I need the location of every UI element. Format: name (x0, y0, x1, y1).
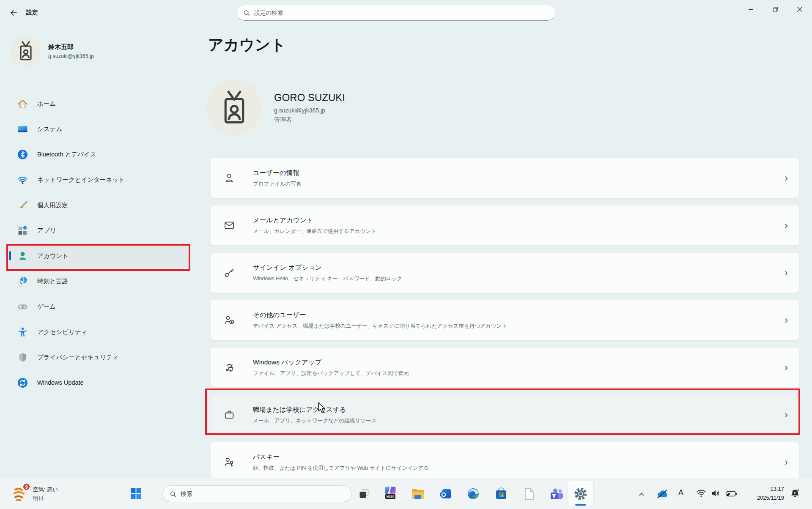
row-user-info[interactable]: ユーザーの情報プロファイルの写真 › (210, 158, 799, 198)
work-school-icon (223, 409, 235, 421)
user-name: 鈴木五郎 (48, 43, 94, 51)
windows-update-icon (17, 377, 28, 388)
time-language-icon (17, 276, 28, 287)
sidebar-item-label: Windows Update (37, 379, 84, 386)
row-email-accounts[interactable]: メールとアカウントメール、カレンダー、連絡先で使用するアカウント › (210, 205, 799, 246)
tray-date: 2025/11/19 (757, 493, 784, 502)
chevron-right-icon: › (785, 173, 788, 183)
settings-window: 設定 鈴木五郎 g.suzuki@yjk365.jp ホーム システム Bl (0, 0, 812, 509)
sidebar-item-network-internet[interactable]: ネットワークとインターネット (7, 168, 189, 192)
notification-bell-button[interactable]: zz (790, 488, 800, 499)
search-icon (243, 9, 250, 16)
accessibility-icon (17, 326, 28, 337)
copilot-m365-button[interactable]: M365 (384, 485, 397, 499)
profile-role: 管理者 (274, 116, 345, 124)
row-other-users[interactable]: その他のユーザーデバイス アクセス、職場または学校のユーザー、キオスクに割り当て… (210, 300, 799, 340)
restore-button[interactable] (763, 0, 787, 19)
sidebar-item-apps[interactable]: アプリ (7, 219, 189, 242)
sidebar-item-bluetooth-devices[interactable]: Bluetooth とデバイス (7, 142, 189, 166)
microsoft-store-icon (495, 487, 508, 500)
outlook-icon (439, 487, 452, 500)
row-subtitle: メール、アプリ、ネットワークなどの組織リソース (253, 417, 767, 424)
row-signin-options[interactable]: サインイン オプションWindows Hello、セキュリティ キー、パスワード… (210, 252, 799, 293)
settings-search-input[interactable] (254, 10, 549, 16)
sidebar-item-label: 個人用設定 (37, 201, 68, 209)
profile-email: g.suzuki@yjk365.jp (274, 107, 345, 114)
battery-tray-icon[interactable] (726, 490, 738, 498)
ime-mode-indicator[interactable]: A (678, 488, 683, 497)
row-title: パスキー (253, 453, 767, 462)
sidebar-item-label: プライバシーとセキュリティ (37, 353, 119, 361)
minimize-icon (748, 7, 754, 12)
tray-chevron-button[interactable] (638, 490, 645, 498)
sidebar-item-accessibility[interactable]: アクセシビリティ (7, 320, 189, 344)
sidebar-item-label: ゲーム (37, 303, 56, 311)
badge-avatar-icon (16, 41, 35, 61)
row-title: ユーザーの情報 (253, 169, 767, 178)
chevron-right-icon: › (785, 315, 788, 325)
sidebar-item-label: アカウント (37, 252, 69, 260)
sidebar-item-label: Bluetooth とデバイス (37, 151, 96, 159)
chevron-right-icon: › (785, 362, 788, 372)
sidebar-item-windows-update[interactable]: Windows Update (7, 371, 189, 394)
teams-button[interactable] (550, 487, 563, 500)
row-title: 職場または学校にアクセスする (253, 405, 767, 414)
home-icon (17, 98, 28, 109)
microsoft-store-button[interactable] (495, 487, 508, 500)
sidebar-item-personalization[interactable]: 個人用設定 (7, 193, 189, 217)
taskbar-search-input[interactable] (181, 490, 345, 497)
chevron-right-icon: › (785, 457, 788, 467)
weather-widget[interactable]: 9 空気: 悪い 明日 (11, 484, 58, 503)
sidebar-item-time-language[interactable]: 時刻と言語 (7, 269, 189, 293)
task-view-button[interactable] (359, 488, 370, 499)
notification-badge: 9 (22, 483, 30, 491)
bell-dnd-icon: zz (790, 488, 800, 499)
outlook-button[interactable] (439, 487, 452, 500)
taskbar-search-box[interactable] (162, 485, 352, 502)
sidebar-item-gaming[interactable]: ゲーム (7, 295, 189, 318)
edge-button[interactable] (467, 487, 480, 500)
tray-time: 13:17 (757, 484, 784, 493)
taskbar: 9 空気: 悪い 明日 M365 (0, 478, 812, 509)
chevron-right-icon: › (785, 410, 788, 420)
sidebar-item-privacy-security[interactable]: プライバシーとセキュリティ (7, 345, 189, 369)
volume-tray-icon[interactable] (711, 489, 721, 498)
sidebar-user-card[interactable]: 鈴木五郎 g.suzuki@yjk365.jp (10, 36, 94, 67)
wifi-tray-icon[interactable] (696, 489, 706, 498)
speaker-icon (711, 489, 721, 498)
accounts-icon (17, 250, 28, 261)
sidebar-item-system[interactable]: システム (7, 117, 189, 141)
user-email: g.suzuki@yjk365.jp (48, 53, 94, 59)
row-passkeys[interactable]: パスキー顔、指紋、または PIN を使用してアプリや Web サイトにサインイン… (210, 442, 799, 482)
sidebar-item-home[interactable]: ホーム (7, 92, 189, 115)
tray-clock[interactable]: 13:17 2025/11/19 (757, 484, 784, 503)
sidebar-item-label: ネットワークとインターネット (37, 176, 125, 184)
battery-icon (726, 490, 738, 498)
row-windows-backup[interactable]: Windows バックアップファイル、アプリ、設定をバックアップして、デバイス間… (210, 347, 799, 388)
svg-text:z: z (794, 491, 796, 495)
document-button[interactable] (524, 488, 535, 500)
badge-avatar-icon (218, 90, 250, 126)
onedrive-tray-button[interactable] (656, 489, 669, 499)
sidebar-item-accounts[interactable]: アカウント (7, 244, 189, 268)
start-button[interactable] (130, 488, 142, 499)
profile-avatar (206, 79, 262, 136)
selected-indicator (9, 251, 11, 260)
onedrive-cloud-icon (656, 489, 669, 499)
row-work-school-access[interactable]: 職場または学校にアクセスするメール、アプリ、ネットワークなどの組織リソース › (210, 394, 799, 435)
row-subtitle: プロファイルの写真 (253, 181, 767, 188)
settings-search-box[interactable] (237, 5, 555, 21)
privacy-shield-icon (17, 352, 28, 363)
row-subtitle: メール、カレンダー、連絡先で使用するアカウント (253, 228, 767, 235)
signin-options-icon (223, 267, 235, 279)
windows-start-icon (130, 488, 142, 499)
file-explorer-button[interactable] (411, 487, 425, 500)
sidebar-item-label: 時刻と言語 (37, 277, 68, 285)
minimize-button[interactable] (738, 0, 763, 19)
window-title: 設定 (26, 9, 38, 16)
search-icon (170, 490, 176, 498)
close-button[interactable] (787, 0, 812, 19)
other-users-icon (223, 314, 235, 326)
settings-app-button[interactable] (568, 481, 594, 507)
back-button[interactable] (6, 6, 20, 19)
